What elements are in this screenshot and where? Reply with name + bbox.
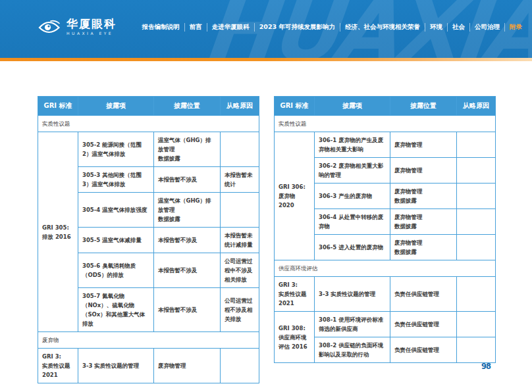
table-row: GRI 3: 实质性议题 20213-3 实质性议题的管理废弃物管理 [38,349,259,383]
disclosure-location-cell: 负责任供应链管理 [390,312,457,337]
column-header: 披露项 [315,97,390,116]
disclosure-location-cell: 温室气体（GHG）排放管理 数据披露 [154,193,221,228]
omission-reason-cell [457,209,496,235]
omission-reason-cell [457,235,496,260]
eye-icon [38,20,61,34]
section-title: 废弃物 [38,332,259,349]
disclosure-location-cell: 废弃物管理 数据披露 [390,209,457,235]
table-row: GRI 305: 排放 2016305-2 能源间接（范围 2）温室气体排放温室… [38,132,259,167]
nav-item-4[interactable]: 2023 年可持续发展影响力 [254,23,340,32]
omission-reason-cell [221,349,259,383]
nav-item-3[interactable]: 走进华厦眼科 [207,23,254,32]
disclosure-item-cell: 306-2 废弃物相关重大影响的管理 [315,158,390,184]
accent-bar [0,58,532,61]
gri-index-tables: GRI 标准披露项披露位置从略原因实质性议题GRI 305: 排放 201630… [38,96,496,383]
omission-reason-cell [457,184,496,209]
disclosure-location-cell: 本报告暂不涉及 [154,253,221,288]
gri-standard-cell: GRI 3: 实质性议题 2021 [275,277,315,312]
disclosure-item-cell: 305-3 其他间接（范围 3）温室气体排放 [78,167,154,193]
gri-table-2: GRI 标准披露项披露位置从略原因实质性议题GRI 306: 废弃物 20203… [274,96,496,363]
logo-text-en: HUAXIA EYE [66,32,117,36]
omission-reason-cell [457,158,496,184]
nav-item-2[interactable]: 前言 [184,23,207,32]
disclosure-item-cell: 306-5 进入处置的废弃物 [315,235,390,260]
disclosure-location-cell: 本报告暂不涉及 [154,228,221,253]
gri-standard-cell: GRI 3: 实质性议题 2021 [38,349,78,383]
disclosure-location-cell: 废弃物管理 [154,349,221,383]
disclosure-location-cell: 负责任供应链管理 [390,277,457,312]
header-bar: HUAXIA 华厦眼科 HUAXIA EYE 报告编制说明前言走进华厦眼科202… [0,0,532,58]
disclosure-item-cell: 308-2 供应链的负面环境影响以及采取的行动 [315,337,390,363]
disclosure-item-cell: 306-4 从处置中转移的废弃物 [315,209,390,235]
table-row: GRI 306: 废弃物 2020306-1 废弃物的产生及废弃物相关重大影响废… [275,132,496,158]
disclosure-location-cell: 本报告暂不涉及 [154,288,221,332]
omission-reason-cell [457,312,496,337]
section-row: 废弃物 [38,332,259,349]
section-row: 供应商环境评估 [275,260,496,277]
omission-reason-cell [221,132,259,167]
gri-standard-cell: GRI 306: 废弃物 2020 [275,132,315,260]
column-header: GRI 标准 [38,97,78,116]
disclosure-item-cell: 305-2 能源间接（范围 2）温室气体排放 [78,132,154,167]
table-row: GRI 308: 供应商环境评估 2016308-1 使用环境评价标准筛选的新供… [275,312,496,337]
table-row: GRI 3: 实质性议题 20213-3 实质性议题的管理负责任供应链管理 [275,277,496,312]
section-title: 供应商环境评估 [275,260,496,277]
column-header: 披露位置 [390,97,457,116]
nav-item-5[interactable]: 经济、社会与环境相关荣誉 [340,23,425,32]
nav-item-1[interactable]: 报告编制说明 [138,23,184,32]
table-header-row: GRI 标准披露项披露位置从略原因 [38,97,259,116]
nav-item-6[interactable]: 环境 [425,23,447,32]
disclosure-location-cell: 负责任供应链管理 [390,337,457,363]
section-title: 实质性议题 [275,116,496,132]
table-header-row: GRI 标准披露项披露位置从略原因 [275,97,496,116]
gri-standard-cell: GRI 308: 供应商环境评估 2016 [275,312,315,363]
column-header: GRI 标准 [275,97,315,116]
company-logo[interactable]: 华厦眼科 HUAXIA EYE [38,18,117,36]
disclosure-item-cell: 306-1 废弃物的产生及废弃物相关重大影响 [315,132,390,158]
omission-reason-cell: 本报告暂未统计减排量 [221,228,259,253]
disclosure-item-cell: 3-3 实质性议题的管理 [78,349,154,383]
column-header: 从略原因 [221,97,259,116]
disclosure-item-cell: 305-5 温室气体减排量 [78,228,154,253]
gri-table-1: GRI 标准披露项披露位置从略原因实质性议题GRI 305: 排放 201630… [38,96,259,383]
omission-reason-cell: 公司运营过程不涉及相关排放 [221,288,259,332]
omission-reason-cell: 本报告暂未统计 [221,167,259,193]
nav-item-7[interactable]: 社会 [447,23,469,32]
omission-reason-cell: 公司运营过程中不涉及相关排放 [221,253,259,288]
disclosure-item-cell: 306-3 产生的废弃物 [315,184,390,209]
disclosure-item-cell: 305-6 臭氧消耗物质（ODS）的排放 [78,253,154,288]
disclosure-item-cell: 308-1 使用环境评价标准筛选的新供应商 [315,312,390,337]
nav-item-9-active[interactable]: 附录 [504,23,527,32]
disclosure-item-cell: 305-4 温室气体排放强度 [78,193,154,228]
disclosure-item-cell: 3-3 实质性议题的管理 [315,277,390,312]
disclosure-location-cell: 废弃物管理 数据披露 [390,184,457,209]
section-title: 实质性议题 [38,116,259,132]
column-header: 从略原因 [457,97,496,116]
section-row: 实质性议题 [275,116,496,132]
column-header: 披露项 [78,97,154,116]
top-nav: 报告编制说明前言走进华厦眼科2023 年可持续发展影响力经济、社会与环境相关荣誉… [138,23,527,32]
disclosure-item-cell: 305-7 氮氧化物（NOx）、硫氧化物（SOx）和其他重大气体排放 [78,288,154,332]
omission-reason-cell [457,337,496,363]
disclosure-location-cell: 温室气体（GHG）排放管理 数据披露 [154,132,221,167]
omission-reason-cell [457,277,496,312]
disclosure-location-cell: 废弃物管理 [390,158,457,184]
omission-reason-cell [221,193,259,228]
nav-item-8[interactable]: 公司治理 [469,23,504,32]
logo-text: 华厦眼科 HUAXIA EYE [66,18,117,36]
column-header: 披露位置 [154,97,221,116]
section-row: 实质性议题 [38,116,259,132]
omission-reason-cell [457,132,496,158]
disclosure-location-cell: 废弃物管理 [390,132,457,158]
disclosure-location-cell: 本报告暂不涉及 [154,167,221,193]
gri-standard-cell: GRI 305: 排放 2016 [38,132,78,332]
page-number: 98 [473,362,499,371]
disclosure-location-cell: 废弃物管理 数据披露 [390,235,457,260]
logo-text-cn: 华厦眼科 [66,18,117,30]
